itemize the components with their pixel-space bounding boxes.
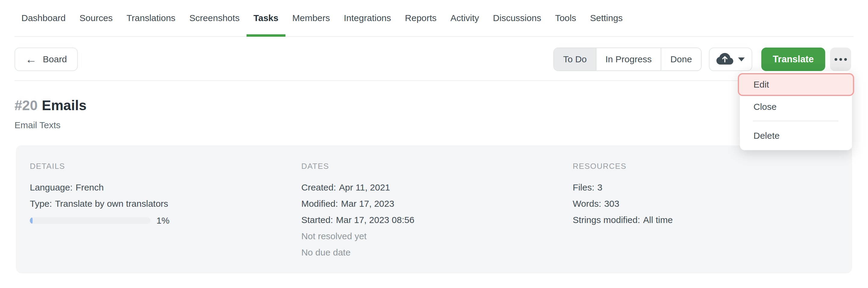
cloud-upload-icon [716,51,733,68]
row-value: Mar 17, 2023 [341,199,394,209]
resource-row-strings-modified: Strings modified:All time [572,212,838,228]
translate-button[interactable]: Translate [761,47,825,71]
details-column: DETAILS Language:French Type:Translate b… [30,161,296,273]
row-value: French [76,182,104,192]
resolved-status: Not resolved yet [301,228,567,244]
row-label: Started: [301,215,333,225]
toolbar-actions: To Do In Progress Done Translate [553,47,851,71]
nav-tab-sources[interactable]: Sources [73,0,120,36]
nav-tab-reports[interactable]: Reports [398,0,444,36]
row-label: Files: [572,182,594,192]
nav-tab-discussions[interactable]: Discussions [486,0,548,36]
dates-column: DATES Created:Apr 11, 2021 Modified:Mar … [301,161,567,273]
nav-tab-screenshots[interactable]: Screenshots [182,0,247,36]
export-button[interactable] [709,47,752,71]
task-detail-page: Dashboard Sources Translations Screensho… [0,0,868,288]
more-actions-button[interactable] [830,47,851,71]
task-number: #20 [14,98,38,113]
menu-item-close[interactable]: Close [740,96,852,118]
task-subtitle: Email Texts [14,120,854,130]
toolbar-divider [14,80,854,81]
nav-tab-tools[interactable]: Tools [548,0,583,36]
nav-tab-members[interactable]: Members [285,0,337,36]
project-nav: Dashboard Sources Translations Screensho… [14,0,854,37]
task-summary-card: DETAILS Language:French Type:Translate b… [16,145,852,273]
dates-heading: DATES [301,161,567,171]
detail-row-type: Type:Translate by own translators [30,195,296,212]
row-label: Language: [30,182,73,192]
date-row-modified: Modified:Mar 17, 2023 [301,195,567,212]
row-value: All time [643,215,673,225]
caret-down-icon [738,58,745,61]
progress-percent: 1% [156,215,169,226]
row-label: Modified: [301,199,338,209]
row-value: Translate by own translators [55,199,168,209]
status-tab-todo[interactable]: To Do [554,48,596,70]
nav-tab-settings[interactable]: Settings [583,0,629,36]
row-value: 3 [597,182,602,192]
nav-tab-tasks[interactable]: Tasks [247,0,285,36]
row-value: Mar 17, 2023 08:56 [336,215,414,225]
row-label: Created: [301,182,336,192]
progress-bar [30,217,150,224]
task-name: Emails [42,98,87,113]
menu-item-edit[interactable]: Edit [738,73,854,96]
resources-heading: RESOURCES [572,161,838,171]
date-row-started: Started:Mar 17, 2023 08:56 [301,212,567,228]
nav-tab-activity[interactable]: Activity [444,0,486,36]
more-actions-menu: Edit Close Delete [740,71,852,150]
resources-column: RESOURCES Files:3 Words:303 Strings modi… [572,161,838,273]
ellipsis-icon [835,58,847,61]
resource-row-words: Words:303 [572,195,838,212]
back-to-board-button[interactable]: ← Board [14,47,78,71]
details-heading: DETAILS [30,161,296,171]
resource-row-files: Files:3 [572,179,838,195]
nav-tab-integrations[interactable]: Integrations [337,0,398,36]
row-label: Strings modified: [572,215,640,225]
translation-progress: 1% [30,216,296,225]
page-title: #20Emails [14,98,854,112]
status-filter: To Do In Progress Done [553,47,702,71]
detail-row-language: Language:French [30,179,296,195]
row-value: Apr 11, 2021 [339,182,390,192]
progress-bar-fill [30,217,33,224]
nav-tab-dashboard[interactable]: Dashboard [14,0,73,36]
task-header: #20Emails Email Texts [14,98,854,130]
nav-tab-translations[interactable]: Translations [120,0,182,36]
back-to-board-label: Board [43,54,67,64]
arrow-left-icon: ← [25,53,37,65]
row-label: Type: [30,199,52,209]
status-tab-in-progress[interactable]: In Progress [596,48,661,70]
row-label: Words: [572,199,601,209]
date-row-created: Created:Apr 11, 2021 [301,179,567,195]
status-tab-done[interactable]: Done [661,48,701,70]
row-value: 303 [604,199,619,209]
task-toolbar: ← Board To Do In Progress Done Translate [14,47,851,71]
menu-divider [753,121,838,121]
due-date-status: No due date [301,244,567,261]
menu-item-delete[interactable]: Delete [740,125,852,147]
